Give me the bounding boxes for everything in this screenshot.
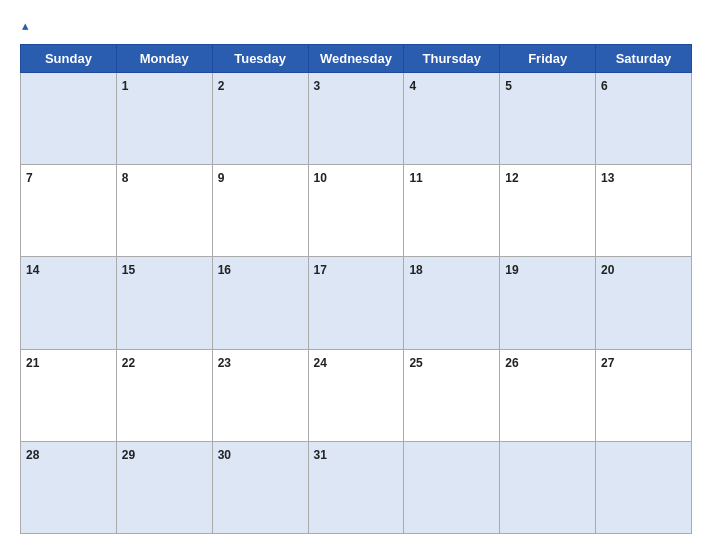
calendar-cell: 20	[596, 257, 692, 349]
logo-line1: ▴	[20, 16, 29, 34]
date-number: 9	[218, 171, 225, 185]
date-number: 15	[122, 263, 135, 277]
calendar-cell: 31	[308, 441, 404, 533]
calendar-table: SundayMondayTuesdayWednesdayThursdayFrid…	[20, 44, 692, 534]
date-number: 28	[26, 448, 39, 462]
calendar-header-sunday: Sunday	[21, 45, 117, 73]
date-number: 22	[122, 356, 135, 370]
calendar-cell: 21	[21, 349, 117, 441]
calendar-header-tuesday: Tuesday	[212, 45, 308, 73]
calendar-cell: 15	[116, 257, 212, 349]
calendar-cell: 2	[212, 73, 308, 165]
date-number: 26	[505, 356, 518, 370]
calendar-cell: 16	[212, 257, 308, 349]
date-number: 11	[409, 171, 422, 185]
calendar-cell	[404, 441, 500, 533]
calendar-cell: 17	[308, 257, 404, 349]
date-number: 18	[409, 263, 422, 277]
date-number: 27	[601, 356, 614, 370]
date-number: 13	[601, 171, 614, 185]
date-number: 4	[409, 79, 416, 93]
date-number: 24	[314, 356, 327, 370]
date-number: 10	[314, 171, 327, 185]
calendar-cell	[596, 441, 692, 533]
calendar-cell: 26	[500, 349, 596, 441]
calendar-cell: 14	[21, 257, 117, 349]
date-number: 31	[314, 448, 327, 462]
date-number: 12	[505, 171, 518, 185]
calendar-cell: 5	[500, 73, 596, 165]
date-number: 25	[409, 356, 422, 370]
calendar-cell: 23	[212, 349, 308, 441]
date-number: 30	[218, 448, 231, 462]
calendar-header-row: SundayMondayTuesdayWednesdayThursdayFrid…	[21, 45, 692, 73]
calendar-week-row: 78910111213	[21, 165, 692, 257]
date-number: 20	[601, 263, 614, 277]
calendar-header-monday: Monday	[116, 45, 212, 73]
calendar-cell: 24	[308, 349, 404, 441]
calendar-cell: 28	[21, 441, 117, 533]
date-number: 6	[601, 79, 608, 93]
calendar-cell: 19	[500, 257, 596, 349]
calendar-cell: 11	[404, 165, 500, 257]
date-number: 7	[26, 171, 33, 185]
calendar-cell: 13	[596, 165, 692, 257]
calendar-header-wednesday: Wednesday	[308, 45, 404, 73]
calendar-cell: 4	[404, 73, 500, 165]
calendar-page: ▴ SundayMondayTuesdayWednesdayThursdayFr…	[0, 0, 712, 550]
date-number: 17	[314, 263, 327, 277]
calendar-header-thursday: Thursday	[404, 45, 500, 73]
calendar-cell: 22	[116, 349, 212, 441]
calendar-cell: 12	[500, 165, 596, 257]
calendar-cell: 30	[212, 441, 308, 533]
calendar-week-row: 21222324252627	[21, 349, 692, 441]
date-number: 23	[218, 356, 231, 370]
calendar-cell: 27	[596, 349, 692, 441]
date-number: 16	[218, 263, 231, 277]
calendar-cell: 3	[308, 73, 404, 165]
date-number: 2	[218, 79, 225, 93]
calendar-cell: 6	[596, 73, 692, 165]
date-number: 5	[505, 79, 512, 93]
logo: ▴	[20, 16, 29, 34]
date-number: 29	[122, 448, 135, 462]
calendar-header-saturday: Saturday	[596, 45, 692, 73]
date-number: 1	[122, 79, 129, 93]
header-row: ▴	[20, 16, 692, 34]
calendar-cell	[21, 73, 117, 165]
logo-bird-icon: ▴	[22, 18, 29, 33]
calendar-cell: 10	[308, 165, 404, 257]
calendar-cell: 7	[21, 165, 117, 257]
date-number: 19	[505, 263, 518, 277]
calendar-cell: 9	[212, 165, 308, 257]
calendar-cell: 1	[116, 73, 212, 165]
calendar-week-row: 28293031	[21, 441, 692, 533]
calendar-cell	[500, 441, 596, 533]
date-number: 14	[26, 263, 39, 277]
calendar-week-row: 123456	[21, 73, 692, 165]
calendar-cell: 8	[116, 165, 212, 257]
calendar-cell: 29	[116, 441, 212, 533]
calendar-week-row: 14151617181920	[21, 257, 692, 349]
calendar-header-friday: Friday	[500, 45, 596, 73]
date-number: 3	[314, 79, 321, 93]
calendar-cell: 25	[404, 349, 500, 441]
date-number: 21	[26, 356, 39, 370]
calendar-cell: 18	[404, 257, 500, 349]
date-number: 8	[122, 171, 129, 185]
